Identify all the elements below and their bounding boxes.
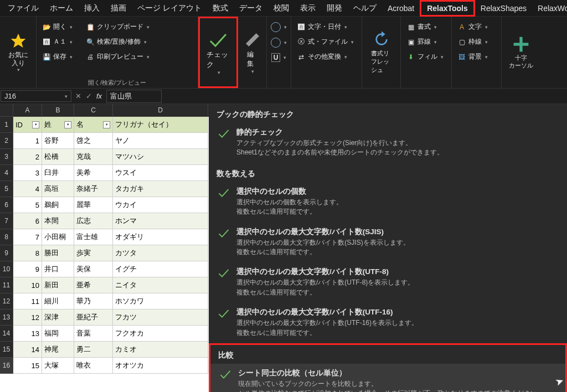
formula-file-button[interactable]: ⓧ式・ファイル▾ [295, 36, 358, 48]
row-header[interactable]: 12 [0, 293, 13, 310]
menubar-item[interactable]: 挿入 [79, 1, 105, 16]
open-button[interactable]: 📂開く▾ [40, 21, 75, 33]
cell[interactable]: 10 [13, 277, 42, 293]
col-header[interactable]: B [42, 104, 74, 116]
cross-cursor-button[interactable]: 十字 カーソル [505, 19, 537, 86]
col-header[interactable]: C [74, 104, 113, 116]
menubar-item[interactable]: Acrobat [382, 2, 420, 15]
header-cell[interactable]: ID▾ [13, 117, 42, 133]
cell[interactable]: オダギリ [113, 229, 208, 245]
row-header[interactable]: 3 [0, 149, 13, 165]
cell[interactable]: 谷野 [42, 133, 74, 149]
cell[interactable]: 広志 [74, 213, 113, 229]
cell[interactable]: 鵜飼 [42, 197, 74, 213]
clipboard-button[interactable]: 📋クリップボード▾ [84, 21, 152, 33]
frame-button[interactable]: ▢枠線▾ [455, 36, 498, 48]
menubar-item[interactable]: 描画 [105, 1, 132, 16]
cell[interactable]: 1 [13, 133, 42, 149]
cell[interactable]: 亜希 [74, 277, 113, 293]
cell[interactable]: フカツ [113, 310, 208, 326]
cell[interactable]: 克哉 [74, 149, 113, 165]
text-date-button[interactable]: 🅰文字・日付▾ [295, 21, 358, 33]
row-header[interactable]: 8 [0, 229, 13, 245]
header-cell[interactable]: 姓▾ [42, 117, 74, 133]
search-replace-button[interactable]: 🔍検索/置換/修飾▾ [84, 36, 152, 48]
cell[interactable]: 15 [13, 358, 42, 374]
other-convert-button[interactable]: ⇄その他変換▾ [295, 51, 358, 63]
cell[interactable]: 臼井 [42, 165, 74, 181]
confirm-formula-icon[interactable]: ✓ [86, 92, 92, 100]
select-all-corner[interactable] [0, 104, 13, 116]
menubar-item[interactable]: ホーム [44, 1, 79, 16]
format-button[interactable]: ▦書式▾ [404, 21, 448, 33]
row-header[interactable]: 7 [0, 213, 13, 229]
row-header[interactable]: 6 [0, 197, 13, 213]
cancel-formula-icon[interactable]: ✕ [75, 92, 81, 100]
cell[interactable]: 深津 [42, 310, 74, 326]
cell[interactable]: 2 [13, 149, 42, 165]
menubar-item[interactable]: ファイル [2, 1, 44, 16]
filter-icon[interactable]: ▾ [32, 121, 39, 128]
cell[interactable]: 細川 [42, 293, 74, 310]
cell[interactable]: 華乃 [74, 293, 113, 310]
row-header[interactable]: 11 [0, 277, 13, 293]
cell[interactable]: フクオカ [113, 326, 208, 342]
menubar-item[interactable]: データ [234, 1, 268, 16]
cell[interactable]: 大塚 [42, 358, 74, 374]
filter-icon[interactable]: ▾ [64, 121, 71, 128]
row-header[interactable]: 1 [0, 117, 13, 133]
cell[interactable]: 新田 [42, 277, 74, 293]
format-refresh-button[interactable]: 書式リフレッシュ [365, 19, 397, 86]
cell[interactable]: 7 [13, 229, 42, 245]
cell[interactable]: タカガキ [113, 181, 208, 197]
save-button[interactable]: 💾保存▾ [40, 51, 75, 63]
edit-button[interactable]: 編集▾ [241, 19, 263, 86]
menu-item[interactable]: シート同士の比較（セル単位）現在開いているブックのシートを比較します。セル単位の… [210, 364, 565, 392]
cell[interactable]: 12 [13, 310, 42, 326]
cell[interactable]: 福岡 [42, 326, 74, 342]
cell[interactable]: ヤノ [113, 133, 208, 149]
cell[interactable]: 9 [13, 261, 42, 277]
cell[interactable]: ホソカワ [113, 293, 208, 310]
cell[interactable]: ウカイ [113, 197, 208, 213]
cell[interactable]: 亜紀子 [74, 310, 113, 326]
cell[interactable]: 13 [13, 326, 42, 342]
cell[interactable]: 8 [13, 245, 42, 261]
col-header[interactable]: A [13, 104, 42, 116]
border-button[interactable]: ▣罫線▾ [404, 36, 448, 48]
cell[interactable]: ホンマ [113, 213, 208, 229]
text-button[interactable]: A文字▾ [455, 21, 498, 33]
menu-item[interactable]: 静的チェックアクティブなブックの形式チェック(Sier向け)を行います。Shee… [209, 123, 567, 163]
cell[interactable]: 4 [13, 181, 42, 197]
row-header[interactable]: 9 [0, 245, 13, 261]
cell[interactable]: 啓之 [74, 133, 113, 149]
spreadsheet-grid[interactable]: A B C D 1 ID▾ 姓▾ 名▾ フリガナ（セイ） 21谷野啓之ヤノ32松… [0, 104, 209, 392]
print-preview-button[interactable]: 🖨印刷プレビュー▾ [84, 51, 152, 63]
cell[interactable]: 神尾 [42, 342, 74, 358]
cell[interactable]: 3 [13, 165, 42, 181]
cell[interactable]: 井口 [42, 261, 74, 277]
menu-item[interactable]: 選択中のセルの個数選択中のセルの個数を表示します。複数セルに適用可能です。 [209, 182, 567, 223]
filter-icon[interactable]: ▾ [103, 121, 110, 128]
formula-input[interactable]: 富山県 [106, 90, 162, 103]
cell[interactable]: 14 [13, 342, 42, 358]
cell[interactable]: 5 [13, 197, 42, 213]
cell[interactable]: 美保 [74, 261, 113, 277]
menubar-item[interactable]: 数式 [207, 1, 234, 16]
cell[interactable]: 本間 [42, 213, 74, 229]
background-button[interactable]: 🖼背景▾ [455, 51, 498, 63]
fx-icon[interactable]: fx [96, 92, 102, 100]
cell[interactable]: カツタ [113, 245, 208, 261]
menubar-item[interactable]: RelaxShapes [475, 2, 532, 15]
cell[interactable]: 音葉 [74, 326, 113, 342]
cell[interactable]: ニイタ [113, 277, 208, 293]
cell[interactable]: 唯衣 [74, 358, 113, 374]
row-header[interactable]: 13 [0, 310, 13, 326]
col-header[interactable]: D [113, 104, 208, 116]
menubar-item[interactable]: 開発 [321, 1, 348, 16]
cell[interactable]: 富士雄 [74, 229, 113, 245]
header-cell[interactable]: フリガナ（セイ） [113, 117, 208, 133]
menubar-item[interactable]: ページ レイアウト [132, 1, 207, 16]
menubar-item[interactable]: 校閲 [268, 1, 295, 16]
row-header[interactable]: 10 [0, 261, 13, 277]
